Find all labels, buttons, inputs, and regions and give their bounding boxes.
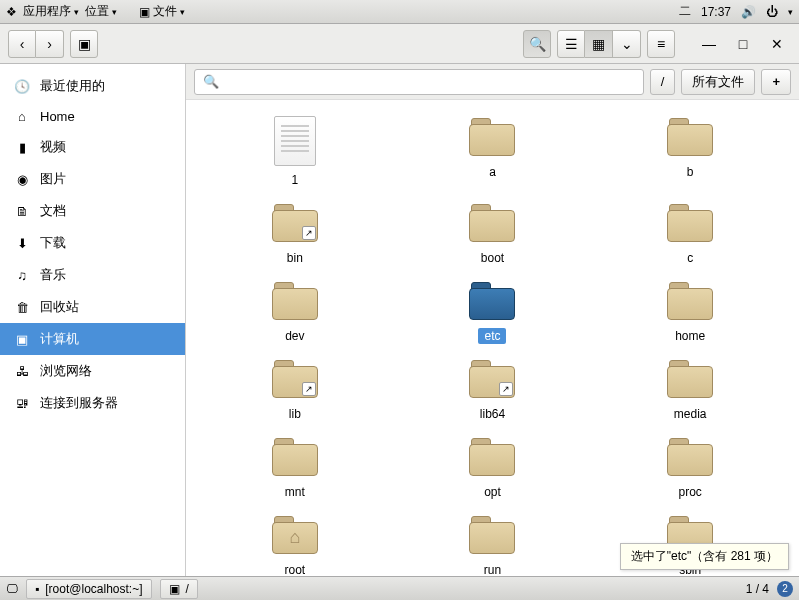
sidebar-item-trash[interactable]: 🗑回收站 [0,291,185,323]
sidebar-item-network[interactable]: 🖧浏览网络 [0,355,185,387]
item-label: b [681,164,700,180]
top-panel: ❖ 应用程序 ▾ 位置 ▾ ▣ 文件 ▾ 二 17:37 🔊 ⏻ ▾ [0,0,799,24]
item-label: lib [283,406,307,422]
close-button[interactable]: ✕ [763,30,791,58]
item-opt[interactable]: opt [467,436,517,500]
sidebar-item-connect[interactable]: 🖳连接到服务器 [0,387,185,419]
menu-button[interactable]: ≡ [647,30,675,58]
sidebar-item-music[interactable]: ♫音乐 [0,259,185,291]
filter-button[interactable]: 所有文件 [681,69,755,95]
maximize-button[interactable]: □ [729,30,757,58]
folder-icon: ↗ [467,358,517,400]
sidebar-item-pictures[interactable]: ◉图片 [0,163,185,195]
sidebar-item-home[interactable]: ⌂Home [0,102,185,131]
sidebar-item-label: 下载 [40,234,66,252]
applications-menu[interactable]: 应用程序 ▾ [23,3,79,20]
minimize-button[interactable]: — [695,30,723,58]
path-root-button[interactable]: / [650,69,676,95]
item-label: mnt [279,484,311,500]
item-lib[interactable]: ↗lib [270,358,320,422]
folder-icon [467,514,517,556]
item-label: 1 [285,172,304,188]
item-label: media [668,406,713,422]
show-desktop-icon[interactable]: 🖵 [6,582,18,596]
taskbar-terminal[interactable]: ▪[root@localhost:~] [26,579,152,599]
folder-icon [270,436,320,478]
clock-time: 17:37 [701,5,731,19]
folder-icon: ↗ [270,358,320,400]
item-c[interactable]: c [665,202,715,266]
forward-button[interactable]: › [36,30,64,58]
folder-icon: ↗ [270,202,320,244]
path-button[interactable]: ▣ [70,30,98,58]
downloads-icon: ⬇ [14,236,30,251]
files-icon: ▣ [169,582,180,596]
sidebar-item-recent[interactable]: 🕓最近使用的 [0,70,185,102]
item-label: etc [478,328,506,344]
sidebar-item-videos[interactable]: ▮视频 [0,131,185,163]
taskbar-files[interactable]: ▣/ [160,579,198,599]
symlink-badge: ↗ [499,382,513,396]
item-media[interactable]: media [665,358,715,422]
folder-icon [665,436,715,478]
icon-grid[interactable]: 1ab↗binbootcdevetchome↗lib↗lib64mediamnt… [186,100,799,576]
icon-view-button[interactable]: ▦ [585,30,613,58]
pictures-icon: ◉ [14,172,30,187]
item-1[interactable]: 1 [274,116,316,188]
sidebar-item-computer[interactable]: ▣计算机 [0,323,185,355]
list-view-button[interactable]: ☰ [557,30,585,58]
power-icon[interactable]: ⏻ [766,5,778,19]
activities-icon: ❖ [6,5,17,19]
item-root[interactable]: ⌂root [270,514,320,576]
file-manager-window: ‹ › ▣ 🔍 ☰ ▦ ⌄ ≡ — □ ✕ 🕓最近使用的⌂Home▮视频◉图片🗎… [0,24,799,576]
item-boot[interactable]: boot [467,202,517,266]
symlink-badge: ↗ [302,226,316,240]
item-mnt[interactable]: mnt [270,436,320,500]
workspace-badge[interactable]: 2 [777,581,793,597]
item-a[interactable]: a [467,116,517,188]
places-menu[interactable]: 位置 ▾ [85,3,117,20]
item-etc[interactable]: etc [467,280,517,344]
home-icon: ⌂ [14,109,30,124]
view-options-button[interactable]: ⌄ [613,30,641,58]
system-menu[interactable]: ▾ [788,7,793,17]
item-label: boot [475,250,510,266]
folder-icon [467,116,517,158]
sidebar-item-label: 视频 [40,138,66,156]
item-label: a [483,164,502,180]
computer-icon: ▣ [14,332,30,347]
item-bin[interactable]: ↗bin [270,202,320,266]
back-button[interactable]: ‹ [8,30,36,58]
folder-icon: ⌂ [270,514,320,556]
folder-icon [270,280,320,322]
terminal-icon: ▪ [35,582,39,596]
sidebar-item-label: 连接到服务器 [40,394,118,412]
item-label: dev [279,328,310,344]
sidebar-item-documents[interactable]: 🗎文档 [0,195,185,227]
videos-icon: ▮ [14,140,30,155]
volume-icon[interactable]: 🔊 [741,5,756,19]
network-icon: 🖧 [14,364,30,379]
item-b[interactable]: b [665,116,715,188]
recent-icon: 🕓 [14,79,30,94]
folder-icon [665,202,715,244]
selection-tooltip: 选中了"etc"（含有 281 项） [620,543,789,570]
item-run[interactable]: run [467,514,517,576]
item-label: c [681,250,699,266]
item-dev[interactable]: dev [270,280,320,344]
search-button[interactable]: 🔍 [523,30,551,58]
workspace-pager[interactable]: 1 / 4 [746,582,769,596]
sidebar-item-label: 计算机 [40,330,79,348]
item-home[interactable]: home [665,280,715,344]
item-lib64[interactable]: ↗lib64 [467,358,517,422]
folder-icon [467,202,517,244]
item-label: opt [478,484,507,500]
search-input[interactable]: 🔍 [194,69,644,95]
window-menu[interactable]: ▣ 文件 ▾ [139,3,185,20]
folder-icon [665,280,715,322]
item-proc[interactable]: proc [665,436,715,500]
item-label: root [278,562,311,576]
search-icon: 🔍 [203,74,219,89]
add-filter-button[interactable]: + [761,69,791,95]
sidebar-item-downloads[interactable]: ⬇下载 [0,227,185,259]
